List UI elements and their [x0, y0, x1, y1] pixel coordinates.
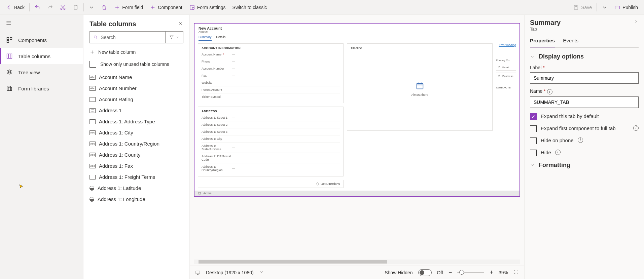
filter-button[interactable] — [165, 31, 183, 43]
nav-label: Table columns — [18, 53, 50, 59]
back-button[interactable]: Back — [3, 1, 28, 13]
add-form-field-button[interactable]: Form field — [111, 1, 146, 13]
svg-rect-15 — [498, 67, 500, 68]
section-account-info[interactable]: ACCOUNT INFORMATION Account Name *---Pho… — [198, 43, 344, 103]
column-item[interactable]: AbcAddress 1: Country/Region — [90, 138, 188, 149]
svg-point-5 — [192, 7, 194, 9]
column-item[interactable]: AbcAddress 1: County — [90, 149, 188, 160]
form-tab[interactable]: Details — [216, 35, 226, 41]
form-field-row[interactable]: Website--- — [202, 79, 340, 86]
column-item[interactable]: Address 1: Latitude — [90, 183, 188, 194]
redo-button[interactable] — [44, 1, 57, 13]
search-input-wrapper[interactable] — [90, 31, 165, 43]
add-component-button[interactable]: Component — [146, 1, 185, 13]
column-item[interactable]: AbcAccount Number — [90, 83, 188, 94]
side-business[interactable]: Business — [496, 73, 516, 79]
timeline-section[interactable]: Timeline Almost there — [347, 43, 493, 131]
form-field-row[interactable]: Ticker Symbol--- — [202, 93, 340, 100]
publish-button[interactable]: Publish — [611, 1, 641, 13]
column-item[interactable]: Account Rating — [90, 94, 188, 105]
form-field-row[interactable]: Address 1: Street 2--- — [202, 121, 340, 128]
info-icon[interactable]: i — [555, 150, 561, 155]
form-settings-button[interactable]: Form settings — [186, 1, 229, 13]
form-field-row[interactable]: Fax--- — [202, 72, 340, 79]
search-input[interactable] — [101, 35, 162, 40]
form-field-row[interactable]: Address 1: ZIP/Postal Code--- — [202, 153, 340, 163]
nav-table-columns[interactable]: Table columns — [0, 48, 83, 64]
expand-default-checkbox[interactable]: ✓ — [530, 113, 537, 120]
form-preview[interactable]: New Account Account SummaryDetails ACCOU… — [194, 23, 520, 197]
label-input[interactable] — [530, 72, 639, 84]
expand-panel-icon[interactable] — [633, 19, 639, 25]
formatting-header[interactable]: Formatting — [530, 162, 639, 169]
display-options-header[interactable]: Display options — [530, 53, 639, 60]
get-directions-row[interactable]: Get Directions — [198, 180, 344, 188]
info-icon[interactable]: i — [633, 125, 639, 131]
paste-dropdown[interactable] — [85, 1, 98, 13]
delete-button[interactable] — [98, 1, 111, 13]
form-field-row[interactable]: Account Number--- — [202, 65, 340, 72]
info-icon[interactable]: i — [578, 137, 583, 143]
field-type-icon — [90, 175, 96, 180]
column-item[interactable]: AbcAccount Name — [90, 72, 188, 83]
cut-button[interactable] — [57, 1, 69, 13]
info-icon[interactable]: i — [547, 89, 552, 94]
save-label: Save — [581, 5, 592, 10]
close-icon[interactable] — [178, 21, 183, 27]
columns-list[interactable]: AbcAccount NameAbcAccount NumberAccount … — [83, 72, 189, 279]
field-value: --- — [232, 53, 235, 56]
props-tab[interactable]: Events — [563, 36, 578, 47]
column-item[interactable]: AbcAddress 1: City — [90, 127, 188, 138]
show-hidden-toggle[interactable] — [418, 269, 432, 276]
props-tab[interactable]: Properties — [530, 36, 555, 47]
new-column-label: New table column — [98, 49, 136, 55]
svg-rect-6 — [615, 6, 620, 9]
section-address[interactable]: ADDRESS Address 1: Street 1---Address 1:… — [198, 107, 344, 176]
side-email[interactable]: Email — [496, 64, 516, 71]
form-field-row[interactable]: Parent Account--- — [202, 86, 340, 93]
canvas-scroll[interactable]: New Account Account SummaryDetails ACCOU… — [190, 15, 524, 260]
switch-classic-label: Switch to classic — [232, 5, 267, 10]
hamburger-button[interactable] — [0, 15, 83, 32]
form-field-row[interactable]: Address 1: Street 1--- — [202, 114, 340, 121]
nav-form-libraries[interactable]: Form libraries — [0, 80, 83, 96]
show-unused-checkbox[interactable] — [90, 61, 96, 68]
canvas-horizontal-scrollbar[interactable] — [194, 260, 520, 264]
form-subtitle: Account — [199, 30, 515, 33]
timeline-heading: Timeline — [351, 46, 489, 50]
device-label: Desktop (1920 x 1080) — [206, 270, 254, 275]
zoom-out-button[interactable]: − — [449, 269, 452, 276]
form-field-row[interactable]: Address 1: Street 3--- — [202, 128, 340, 135]
form-field-row[interactable]: Phone--- — [202, 58, 340, 65]
form-field-row[interactable]: Address 1: City--- — [202, 135, 340, 143]
zoom-in-button[interactable]: + — [490, 269, 493, 276]
undo-button[interactable] — [31, 1, 44, 13]
error-loading-link[interactable]: Error loading — [496, 43, 516, 47]
paste-button[interactable] — [69, 1, 82, 13]
hide-phone-checkbox[interactable] — [530, 137, 537, 144]
fit-to-screen-button[interactable] — [513, 269, 519, 276]
form-field-row[interactable]: Address 1: State/Province--- — [202, 143, 340, 153]
form-field-row[interactable]: Address 1: Country/Region--- — [202, 163, 340, 173]
column-item[interactable]: Address 1: Freight Terms — [90, 171, 188, 183]
column-item[interactable]: AbdeAddress 1 — [90, 105, 188, 116]
expand-first-label: Expand first component to full tab — [541, 125, 629, 131]
save-dropdown[interactable] — [598, 1, 611, 13]
form-title: New Account — [199, 26, 515, 30]
nav-tree-view[interactable]: Tree view — [0, 64, 83, 80]
column-item[interactable]: Address 1: Longitude — [90, 194, 188, 205]
field-label: Fax — [202, 74, 232, 77]
form-tab[interactable]: Summary — [199, 35, 212, 41]
name-input[interactable] — [530, 96, 639, 108]
new-table-column-button[interactable]: New table column — [83, 46, 189, 58]
column-item[interactable]: AbcAddress 1: Fax — [90, 160, 188, 171]
expand-first-checkbox[interactable] — [530, 125, 537, 132]
column-item[interactable]: Address 1: Address Type — [90, 116, 188, 127]
device-dropdown[interactable] — [259, 270, 264, 275]
form-field-row[interactable]: Account Name *--- — [202, 51, 340, 58]
hide-checkbox[interactable] — [530, 150, 537, 156]
switch-classic-button[interactable]: Switch to classic — [229, 1, 271, 13]
zoom-slider[interactable] — [457, 272, 484, 273]
nav-components[interactable]: Components — [0, 32, 83, 48]
save-button[interactable]: Save — [570, 1, 595, 13]
